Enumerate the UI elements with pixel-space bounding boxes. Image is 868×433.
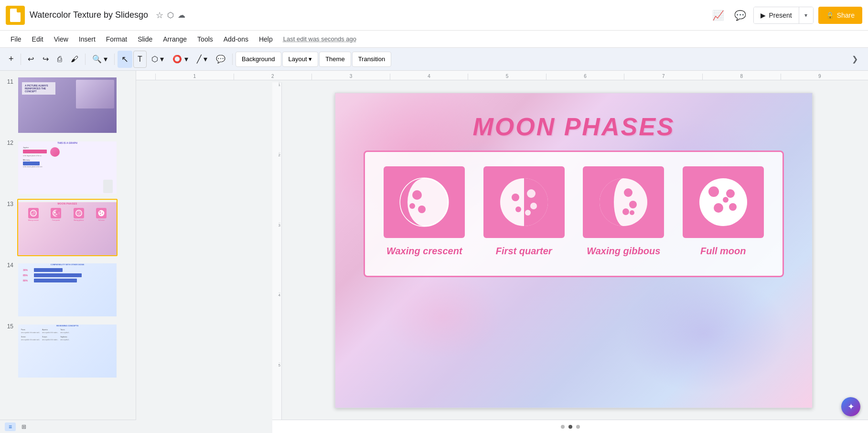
- slide-13-moons: Waxing crescent First quarter: [18, 208, 117, 221]
- slide-thumbnail-15[interactable]: REVIEWING CONCEPTS Pisces are a symbol o…: [17, 321, 118, 379]
- svg-point-32: [622, 208, 629, 215]
- svg-point-39: [723, 197, 729, 203]
- image-button[interactable]: ⬡ ▾: [148, 51, 168, 68]
- menu-tools[interactable]: Tools: [193, 33, 218, 45]
- slide-14-pct-3: 80%: [23, 279, 32, 282]
- moon-box-4: [683, 166, 764, 238]
- slide-item-14[interactable]: 14 COMPATIBILITY WITH OTHER SIGNS 30% 85…: [0, 258, 136, 319]
- list-view-button[interactable]: ≡: [5, 422, 16, 431]
- svg-point-24: [527, 189, 536, 198]
- ruler-mark-9: 9: [781, 74, 859, 80]
- line-button[interactable]: ╱ ▾: [193, 51, 211, 68]
- slide-canvas[interactable]: MOON PHASES: [279, 82, 868, 419]
- slide-item-15[interactable]: 15 REVIEWING CONCEPTS Pisces are a symbo…: [0, 319, 136, 380]
- slide-15-cell-1-3: Gemini: [21, 336, 40, 338]
- svg-point-38: [729, 203, 737, 211]
- svg-point-13: [77, 214, 78, 215]
- slide-13-moon-icon-4: [96, 208, 107, 218]
- menu-addons[interactable]: Add-ons: [219, 33, 253, 45]
- share-button[interactable]: 🔒 Share: [818, 7, 862, 24]
- slide-thumbnail-13[interactable]: MOON PHASES Waxing crescent: [17, 199, 118, 256]
- slide-13-moon-icon-1: [28, 208, 39, 218]
- background-button[interactable]: Background: [236, 52, 281, 67]
- slide-13-label-2: First quarter: [52, 219, 60, 221]
- moon-label-4: Full moon: [700, 246, 746, 257]
- shapes-button[interactable]: ⭕ ▾: [169, 51, 192, 68]
- svg-point-3: [33, 214, 34, 215]
- menu-bar: File Edit View Insert Format Slide Arran…: [0, 31, 868, 48]
- theme-button[interactable]: Theme: [319, 52, 351, 67]
- cloud-icon[interactable]: ☁: [178, 11, 185, 20]
- moon-item-waxing-gibbous: Waxing gibbous: [583, 166, 664, 257]
- grid-view-button[interactable]: ⊞: [18, 422, 30, 431]
- svg-rect-6: [56, 210, 59, 216]
- slide-dot-2[interactable]: [568, 425, 572, 429]
- slide-dot-1[interactable]: [561, 425, 565, 429]
- svg-point-28: [515, 206, 521, 212]
- menu-insert[interactable]: Insert: [74, 33, 100, 45]
- trending-button[interactable]: 📈: [709, 7, 727, 24]
- menu-slide[interactable]: Slide: [133, 33, 157, 45]
- slide-15-cell-1-4: are a symbol of in water and...: [21, 339, 40, 341]
- menu-help[interactable]: Help: [254, 33, 278, 45]
- slide-13-label-3: Waxing gibbous: [74, 219, 84, 221]
- select-tool-button[interactable]: ↖: [118, 51, 132, 68]
- svg-point-25: [530, 203, 537, 209]
- slide-thumbnail-11[interactable]: A PICTURE ALWAYS REINFORCES THE CONCEPT: [17, 76, 118, 134]
- slide-main-title: MOON PHASES: [472, 112, 675, 141]
- svg-point-31: [629, 201, 637, 208]
- slide-13-moon-icon-3: [74, 208, 84, 218]
- moon-item-first-quarter: First quarter: [483, 166, 565, 257]
- menu-arrange[interactable]: Arrange: [158, 33, 192, 45]
- zoom-button[interactable]: 🔍 ▾: [88, 51, 111, 68]
- present-main-button[interactable]: ▶ Present: [754, 7, 798, 23]
- slide-13-label-1: Waxing crescent: [28, 219, 39, 221]
- slide-15-cell-1-1: Pisces: [21, 329, 40, 331]
- moon-box-1: [384, 166, 465, 238]
- print-button[interactable]: ⎙: [54, 51, 66, 68]
- document-title: Watercolor Texture by Slidesgo: [30, 10, 148, 20]
- comments-button[interactable]: 💬: [731, 7, 749, 24]
- svg-point-37: [714, 203, 723, 213]
- star-icon[interactable]: ☆: [156, 10, 163, 21]
- folder-icon[interactable]: ⬡: [167, 11, 174, 20]
- slide-14-bars: 30% 85% 80%: [18, 266, 117, 285]
- slide-item-13[interactable]: 13 MOON PHASES Waxing crescent: [0, 197, 136, 258]
- slide-thumbnail-14[interactable]: COMPATIBILITY WITH OTHER SIGNS 30% 85% 8…: [17, 260, 118, 317]
- first-quarter-icon: [495, 173, 553, 231]
- slide-15-cell-3-3: Sagittarius: [60, 336, 70, 338]
- undo-button[interactable]: ↩: [24, 51, 38, 68]
- slide-15-cell-3-4: are a symbol...: [60, 339, 70, 341]
- text-box-button[interactable]: T: [133, 51, 147, 68]
- comment-button[interactable]: 💬: [212, 51, 229, 68]
- present-dropdown-button[interactable]: ▾: [799, 7, 813, 23]
- slide-item-11[interactable]: 11 A PICTURE ALWAYS REINFORCES THE CONCE…: [0, 75, 136, 136]
- slide-item-12[interactable]: 12 THIS IS A GRAPH Jupiter is the larges…: [0, 136, 136, 197]
- menu-edit[interactable]: Edit: [27, 33, 48, 45]
- layout-button[interactable]: Layout ▾: [282, 52, 319, 67]
- slide-14-bar-2: [34, 273, 82, 277]
- toolbar-separator-3: [114, 54, 115, 65]
- paint-format-button[interactable]: 🖌: [67, 51, 82, 68]
- slide-15-cell-2-4: are a symbol of in water...: [42, 339, 58, 341]
- svg-point-7: [54, 212, 55, 213]
- menu-file[interactable]: File: [6, 33, 26, 45]
- svg-point-20: [412, 190, 422, 200]
- menu-format[interactable]: Format: [101, 33, 132, 45]
- slide-dot-3[interactable]: [576, 425, 580, 429]
- menu-view[interactable]: View: [49, 33, 73, 45]
- slides-panel: 11 A PICTURE ALWAYS REINFORCES THE CONCE…: [0, 71, 136, 433]
- transition-button[interactable]: Transition: [352, 52, 392, 67]
- collapse-right-button[interactable]: ❯: [846, 51, 863, 68]
- slide-thumbnail-12[interactable]: THIS IS A GRAPH Jupiter is the largest p…: [17, 138, 118, 195]
- slide-14-row-2: 85%: [23, 273, 112, 277]
- magic-compose-button[interactable]: ✦: [841, 397, 860, 416]
- slide-15-cell-3-1: Taurus: [60, 329, 70, 331]
- add-slide-button[interactable]: +: [5, 51, 18, 68]
- slide-13-moon-icon-2: [51, 208, 61, 218]
- slide-number-14: 14: [4, 262, 13, 269]
- canvas-area: 1 2 3 4 5 6 7 8 9 1 2 3 4 5: [136, 71, 868, 433]
- redo-button[interactable]: ↪: [39, 51, 53, 68]
- slide-14-content: COMPATIBILITY WITH OTHER SIGNS 30% 85% 8…: [18, 263, 117, 317]
- slide-12-bar-mercury: [23, 162, 40, 165]
